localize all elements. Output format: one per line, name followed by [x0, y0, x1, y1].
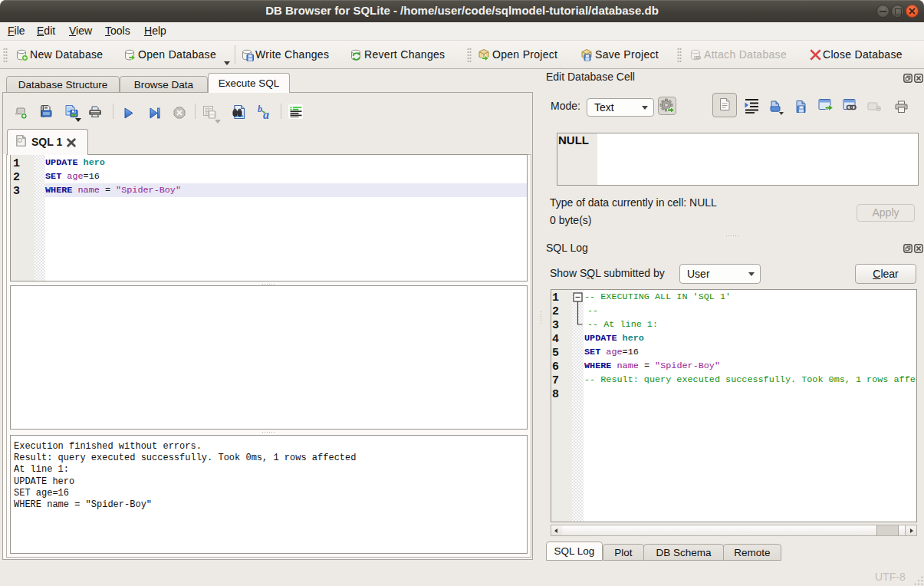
svg-text:b: b — [258, 104, 262, 114]
svg-text:a: a — [263, 108, 269, 120]
